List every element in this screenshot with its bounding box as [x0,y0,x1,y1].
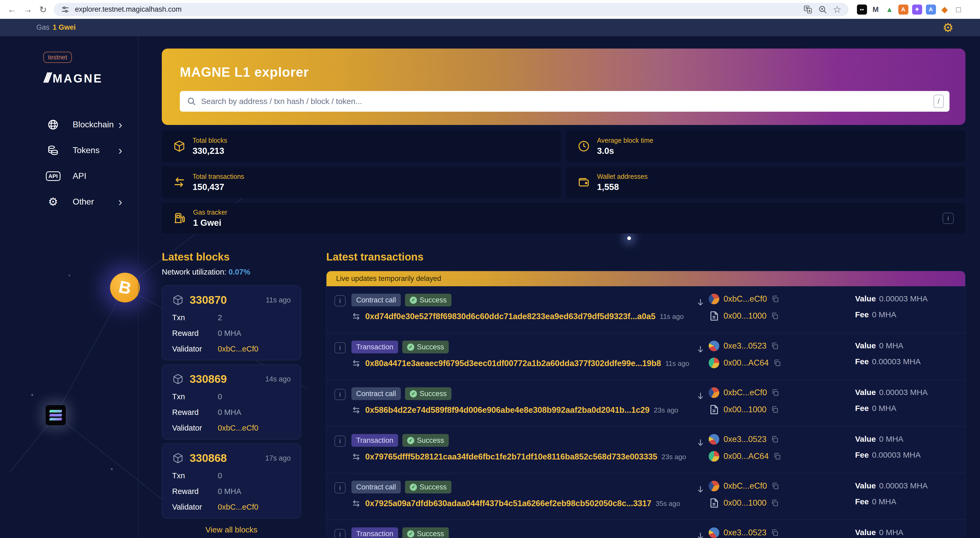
info-icon[interactable]: i [334,295,345,306]
sidebar-item-tokens[interactable]: Tokens› [0,137,138,163]
validator-link[interactable]: 0xbC...eCf0 [218,503,258,511]
info-icon[interactable]: i [943,213,954,224]
fuel-pump-icon [173,212,186,225]
from-address-row: 0xbC...eCf0 [709,481,779,491]
search-input[interactable] [201,97,934,106]
from-address-link[interactable]: 0xbC...eCf0 [724,388,767,397]
tx-hash-link[interactable]: 0x586b4d22e74d589f8f94d006e906abe4e8e308… [365,405,649,415]
from-address-link[interactable]: 0xbC...eCf0 [724,294,767,304]
sidebar-item-api[interactable]: APIAPI [0,163,138,189]
copy-icon[interactable] [773,452,781,460]
tx-type-badge: Transaction [352,527,398,538]
translate-blue-extension-icon[interactable]: A [926,5,936,14]
forward-icon[interactable]: → [23,4,32,14]
tx-status-badge: ✓Success [402,341,449,353]
block-number-link[interactable]: 330870 [189,294,227,306]
address-avatar [709,434,719,445]
value-amount: 0.00003 MHA [879,481,928,490]
tx-status-badge: ✓Success [405,481,452,493]
drive-extension-icon[interactable]: ▲ [885,5,895,14]
validator-link[interactable]: 0xbC...eCf0 [218,423,258,432]
address-avatar [709,358,719,368]
info-icon[interactable]: i [334,389,345,400]
to-address-link[interactable]: 0x00...1000 [724,311,767,321]
tx-hash-link[interactable]: 0xd74df0e30e527f8f69830d6c60ddc71ade8233… [365,312,655,321]
from-address-link[interactable]: 0xe3...0523 [724,435,767,444]
to-address-link[interactable]: 0x00...AC64 [724,358,769,368]
address-avatar [709,341,719,351]
copy-icon[interactable] [771,342,779,350]
settings-gear-icon[interactable]: ⚙ [943,21,953,34]
info-icon[interactable]: i [334,482,345,493]
to-address-link[interactable]: 0x00...1000 [724,498,767,508]
arrow-down-icon [696,392,705,401]
sidebar-nav: Blockchain›Tokens›APIAPI⚙Other› [0,112,138,215]
clipboard-extension-icon[interactable]: □ [953,5,964,14]
copy-icon[interactable] [771,529,779,537]
transfer-arrows-icon [352,452,361,462]
info-icon[interactable]: i [334,529,345,538]
translate-icon[interactable] [803,5,813,14]
to-address-link[interactable]: 0x00...1000 [724,405,767,414]
zoom-icon[interactable] [818,5,827,14]
transactions-panel: Live updates temporarily delayed iContra… [326,271,966,538]
aria-extension-icon[interactable]: A [898,5,908,14]
sidebar-item-blockchain[interactable]: Blockchain› [0,112,138,137]
tx-hash-link[interactable]: 0x79765dfff5b28121caa34fde6fbc1fe2b71df1… [365,452,657,462]
arrow-down-icon [696,438,705,447]
arrow-down-icon [696,485,705,494]
info-icon[interactable]: i [334,342,345,353]
sidebar-item-other[interactable]: ⚙Other› [0,189,138,215]
copy-icon[interactable] [771,435,779,443]
extension-icons: ●●M▲A✦A◆□ [857,5,964,14]
block-number-link[interactable]: 330868 [189,452,227,465]
tx-value-line: Value0.00003 MHA [855,294,951,303]
to-address-row: 0x00...1000 [709,404,779,415]
stat-label: Total transactions [192,173,244,180]
magne-logo[interactable]: /// MAGNE [44,70,138,86]
copy-icon[interactable] [771,499,779,507]
tx-age: 23s ago [662,453,686,461]
site-settings-icon[interactable] [61,5,70,14]
dark-reader-extension-icon[interactable]: ●● [857,5,867,14]
brain-extension-icon[interactable]: ✦ [912,5,922,14]
search-icon [187,97,196,106]
chevron-right-icon: › [118,119,122,131]
address-avatar [709,527,719,538]
tx-hash-link[interactable]: 0x7925a09a7dfdb630adaa044ff437b4c51a6266… [365,499,651,508]
block-validator-row: Validator0xbC...eCf0 [172,503,291,511]
to-address-link[interactable]: 0x00...AC64 [724,452,769,461]
address-bar[interactable]: explorer.testnet.magicalhash.com ☆ [54,3,848,16]
gas-tracker-value: 1 Gwei [193,218,227,228]
validator-link[interactable]: 0xbC...eCf0 [218,345,258,353]
copy-icon[interactable] [771,388,779,396]
from-address-link[interactable]: 0xe3...0523 [724,528,767,538]
info-icon[interactable]: i [334,436,345,447]
view-all-blocks-link[interactable]: View all blocks [162,525,301,534]
tx-value-line: Value0 MHA [855,435,951,444]
tx-fee-line: Fee0 MHA [855,310,951,319]
gas-topbar: Gas 1 Gwei ⚙ [0,19,980,37]
value-label: Value [855,341,876,350]
copy-icon[interactable] [771,406,779,414]
copy-icon[interactable] [773,359,781,367]
from-address-link[interactable]: 0xe3...0523 [724,341,767,351]
metamask-extension-icon[interactable]: ◆ [940,5,950,14]
copy-icon[interactable] [771,482,779,490]
block-number-link[interactable]: 330869 [189,373,227,385]
copy-icon[interactable] [771,295,779,303]
from-address-link[interactable]: 0xbC...eCf0 [724,481,767,491]
arrow-down-icon [696,345,705,354]
block-reward-label: Reward [172,408,218,417]
block-txn-label: Txn [172,392,218,401]
shield-m-extension-icon[interactable]: M [871,5,881,14]
back-icon[interactable]: ← [8,4,16,14]
block-txn-value: 2 [218,313,222,322]
bookmark-star-icon[interactable]: ☆ [833,5,841,14]
url-text[interactable]: explorer.testnet.magicalhash.com [75,5,798,14]
stat-value: 150,437 [192,182,244,192]
copy-icon[interactable] [771,312,779,320]
tx-hash-link[interactable]: 0x80a4471e3aeaec9f6795d3eec01df00772a1b2… [365,359,661,368]
reload-icon[interactable]: ↻ [39,4,47,15]
tx-status-badge: ✓Success [402,434,449,447]
